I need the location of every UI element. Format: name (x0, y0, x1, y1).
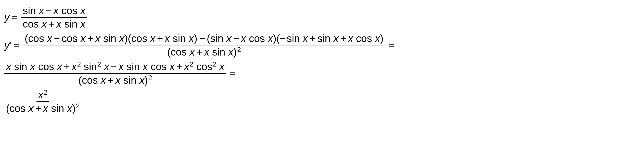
exponent-2: 2 (190, 60, 194, 68)
plus: + (108, 74, 114, 86)
sin: sin (212, 46, 225, 58)
cos: cos (28, 33, 44, 44)
exponent-2: 2 (98, 60, 101, 68)
var-x: x (268, 33, 273, 44)
equation-line-2: y′ = (cos x−cos x+x sin x)(cos x+x sin x… (4, 32, 640, 58)
var-x: x (139, 74, 144, 86)
prime: ′ (10, 39, 12, 51)
var-x: x (6, 61, 11, 72)
lparen: ( (6, 103, 10, 114)
var-x: x (72, 61, 77, 72)
plus: + (196, 46, 202, 58)
exponent-2: 2 (148, 74, 152, 82)
lparen: ( (78, 74, 82, 86)
cos: cos (356, 33, 372, 44)
cos: cos (82, 74, 98, 86)
cos: cos (10, 103, 26, 114)
var-x: x (57, 61, 62, 72)
plus: + (340, 33, 346, 44)
sin: sin (14, 61, 27, 72)
plus: + (35, 103, 41, 114)
lparen: ( (207, 33, 210, 44)
fraction-2: (cos x−cos x+x sin x)(cos x+x sin x)−(si… (23, 32, 385, 58)
cos: cos (23, 18, 39, 30)
var-x: x (56, 18, 62, 30)
minus: − (280, 33, 286, 44)
fraction-4: x2 (cos x+x sin x)2 (4, 88, 81, 115)
var-x: x (38, 89, 43, 101)
rparen: ) (380, 33, 384, 44)
var-x: x (165, 33, 170, 44)
var-x: x (220, 61, 224, 72)
plus: + (64, 61, 70, 72)
var-x: x (28, 103, 34, 114)
lparen: ( (25, 33, 28, 44)
minus: − (54, 33, 60, 44)
exponent-2: 2 (77, 60, 81, 68)
var-x: x (241, 33, 246, 44)
denominator-3: (cos x+x sin x)2 (77, 74, 154, 87)
plus: + (176, 61, 182, 72)
numerator-2: (cos x−cos x+x sin x)(cos x+x sin x)−(si… (23, 32, 385, 45)
minus: − (233, 33, 239, 44)
rparen: ) (72, 103, 76, 114)
cos: cos (151, 61, 167, 72)
sin: sin (51, 103, 64, 114)
cos: cos (38, 61, 54, 72)
var-x: x (119, 33, 124, 44)
var-x: x (142, 61, 148, 72)
cos: cos (249, 33, 265, 44)
lparen: ( (167, 46, 171, 58)
var-x: x (170, 61, 175, 72)
var-y: y (4, 39, 10, 51)
var-x: x (30, 61, 35, 72)
plus: + (48, 18, 54, 30)
equals: = (12, 11, 18, 23)
var-x: x (334, 33, 338, 44)
fraction-1: sin x−x cos x cos x+x sin x (21, 4, 87, 30)
var-x: x (42, 18, 47, 30)
lparen: ( (276, 33, 280, 44)
fraction-3: x sin x cos x+x2 sin2 x−x sin x cos x+x2… (4, 60, 226, 87)
equation-line-3: x sin x cos x+x2 sin2 x−x sin x cos x+x2… (4, 60, 640, 87)
var-x: x (54, 5, 58, 16)
cos: cos (171, 46, 187, 58)
plus: + (87, 33, 94, 44)
numerator-3: x sin x cos x+x2 sin2 x−x sin x cos x+x2… (4, 60, 226, 74)
plus: + (310, 33, 316, 44)
sin: sin (127, 61, 140, 72)
var-x: x (47, 33, 52, 44)
var-x: x (80, 18, 86, 30)
var-x: x (184, 61, 189, 72)
exponent-2: 2 (213, 60, 216, 68)
equals: = (230, 67, 236, 79)
var-x: x (375, 33, 380, 44)
minus: − (199, 33, 205, 44)
var-x: x (115, 74, 120, 86)
var-x: x (80, 33, 86, 44)
var-x: x (348, 33, 353, 44)
exponent-2: 2 (237, 46, 241, 53)
denominator-4: (cos x+x sin x)2 (4, 102, 81, 115)
equals: = (14, 39, 20, 51)
var-x: x (204, 46, 209, 58)
sin: sin (23, 5, 36, 16)
sin: sin (286, 33, 300, 44)
numerator-4: x2 (36, 88, 49, 102)
var-x: x (43, 103, 48, 114)
exponent-2: 2 (44, 89, 48, 96)
var-x: x (190, 46, 195, 58)
var-x: x (118, 61, 124, 72)
sin: sin (317, 33, 330, 44)
minus: − (46, 5, 52, 16)
sin: sin (64, 18, 77, 30)
sin: sin (84, 61, 97, 72)
var-x: x (67, 103, 72, 114)
var-x: x (303, 33, 308, 44)
equation-line-1: y = sin x−x cos x cos x+x sin x (4, 4, 640, 30)
sin: sin (103, 33, 116, 44)
rparen: ) (124, 33, 128, 44)
denominator-2: (cos x+x sin x)2 (166, 45, 242, 58)
cos: cos (131, 33, 147, 44)
rparen: ) (144, 74, 148, 86)
